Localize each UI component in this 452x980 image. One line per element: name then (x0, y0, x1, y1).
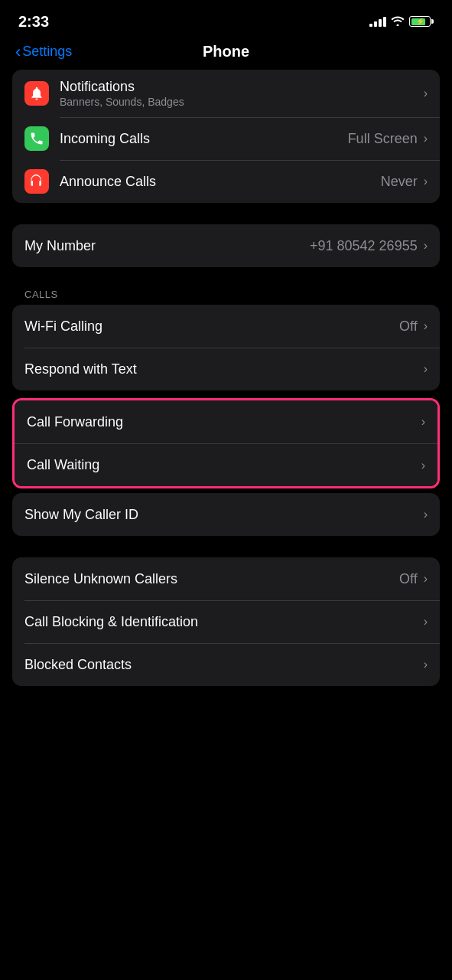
announce-calls-row[interactable]: Announce Calls Never › (12, 160, 440, 203)
my-number-value: +91 80542 26955 (310, 238, 418, 254)
respond-text-chevron-icon: › (424, 362, 428, 376)
silence-unknown-value: Off (399, 571, 418, 587)
announce-calls-value: Never (381, 174, 418, 190)
call-forwarding-row[interactable]: Call Forwarding › (15, 400, 437, 443)
announce-calls-icon (24, 169, 49, 194)
my-number-group: My Number +91 80542 26955 › (12, 224, 440, 267)
notifications-icon (24, 81, 49, 106)
incoming-calls-row[interactable]: Incoming Calls Full Screen › (12, 117, 440, 160)
wifi-icon (391, 15, 405, 28)
status-bar: 2:33 ⚡ (0, 0, 452, 38)
bottom-group: Silence Unknown Callers Off › Call Block… (12, 557, 440, 686)
notifications-row[interactable]: Notifications Banners, Sounds, Badges › (12, 70, 440, 117)
caller-id-title: Show My Caller ID (24, 507, 421, 523)
wifi-calling-row[interactable]: Wi-Fi Calling Off › (12, 305, 440, 348)
notifications-subtitle: Banners, Sounds, Badges (60, 96, 421, 108)
caller-id-chevron-icon: › (424, 508, 428, 521)
status-time: 2:33 (18, 13, 49, 31)
incoming-calls-value: Full Screen (348, 131, 418, 147)
notifications-title: Notifications (60, 79, 421, 95)
caller-id-group: Show My Caller ID › (12, 493, 440, 536)
highlighted-inner: Call Forwarding › Call Waiting › (15, 400, 437, 486)
call-forwarding-title: Call Forwarding (27, 414, 418, 430)
call-waiting-title: Call Waiting (27, 457, 418, 473)
notifications-section: Notifications Banners, Sounds, Badges › … (12, 70, 440, 203)
page-title: Phone (203, 43, 249, 60)
incoming-calls-chevron-icon: › (424, 132, 428, 145)
incoming-calls-icon (24, 126, 49, 151)
notifications-chevron-icon: › (424, 87, 428, 100)
call-waiting-chevron-icon: › (421, 459, 425, 472)
incoming-calls-title: Incoming Calls (60, 131, 348, 147)
show-caller-id-row[interactable]: Show My Caller ID › (12, 493, 440, 536)
back-chevron-icon: ‹ (15, 42, 21, 62)
blocked-contacts-row[interactable]: Blocked Contacts › (12, 643, 440, 686)
notifications-group: Notifications Banners, Sounds, Badges › … (12, 70, 440, 203)
highlighted-group: Call Forwarding › Call Waiting › (12, 398, 440, 488)
calls-section-wrapper: CALLS Wi-Fi Calling Off › Respond with T… (12, 289, 440, 390)
wifi-calling-value: Off (399, 318, 418, 335)
my-number-section: My Number +91 80542 26955 › (12, 224, 440, 267)
call-forwarding-chevron-icon: › (421, 415, 425, 429)
silence-unknown-chevron-icon: › (424, 572, 428, 586)
back-button[interactable]: ‹ Settings (15, 42, 72, 62)
blocked-contacts-title: Blocked Contacts (24, 657, 421, 673)
respond-with-text-row[interactable]: Respond with Text › (12, 348, 440, 390)
my-number-chevron-icon: › (424, 239, 428, 253)
wifi-calling-chevron-icon: › (424, 319, 428, 333)
respond-text-title: Respond with Text (24, 361, 421, 377)
bottom-section: Silence Unknown Callers Off › Call Block… (12, 557, 440, 686)
announce-calls-title: Announce Calls (60, 174, 381, 190)
status-icons: ⚡ (369, 15, 434, 28)
nav-bar: ‹ Settings Phone (0, 38, 452, 70)
blocked-contacts-chevron-icon: › (424, 658, 428, 671)
calls-group: Wi-Fi Calling Off › Respond with Text › (12, 305, 440, 390)
call-blocking-row[interactable]: Call Blocking & Identification › (12, 600, 440, 643)
wifi-calling-title: Wi-Fi Calling (24, 318, 399, 335)
caller-id-section: Show My Caller ID › (12, 493, 440, 536)
call-blocking-chevron-icon: › (424, 615, 428, 629)
battery-icon: ⚡ (409, 16, 434, 27)
silence-unknown-row[interactable]: Silence Unknown Callers Off › (12, 557, 440, 600)
silence-unknown-title: Silence Unknown Callers (24, 571, 399, 587)
my-number-label: My Number (24, 238, 310, 254)
my-number-row[interactable]: My Number +91 80542 26955 › (12, 224, 440, 267)
highlighted-section: Call Forwarding › Call Waiting › (0, 398, 452, 488)
call-waiting-row[interactable]: Call Waiting › (15, 443, 437, 486)
signal-icon (369, 16, 386, 27)
calls-section-label: CALLS (12, 289, 440, 305)
announce-calls-chevron-icon: › (424, 175, 428, 188)
call-blocking-title: Call Blocking & Identification (24, 614, 421, 630)
